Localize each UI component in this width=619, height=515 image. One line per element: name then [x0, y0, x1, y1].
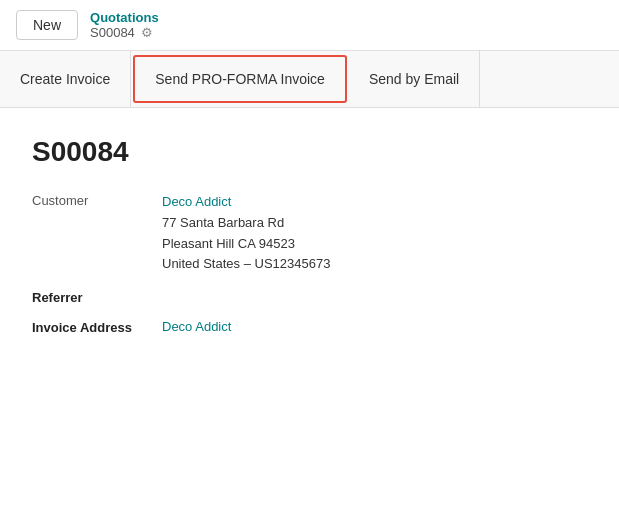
invoice-address-value[interactable]: Deco Addict	[162, 319, 587, 334]
customer-address-block: Deco Addict 77 Santa Barbara Rd Pleasant…	[162, 192, 330, 275]
new-button[interactable]: New	[16, 10, 78, 40]
gear-icon[interactable]: ⚙	[141, 25, 153, 40]
record-id-breadcrumb: S00084	[90, 25, 135, 40]
create-invoice-button[interactable]: Create Invoice	[0, 51, 131, 107]
record-id: S00084	[32, 136, 587, 168]
send-email-button[interactable]: Send by Email	[349, 51, 480, 107]
referrer-row: Referrer	[32, 289, 587, 305]
header: New Quotations S00084 ⚙	[0, 0, 619, 51]
breadcrumb: Quotations S00084 ⚙	[90, 10, 159, 40]
invoice-address-label: Invoice Address	[32, 319, 162, 335]
main-content: S00084 Customer Deco Addict 77 Santa Bar…	[0, 108, 619, 369]
breadcrumb-title[interactable]: Quotations	[90, 10, 159, 25]
customer-row: Customer Deco Addict 77 Santa Barbara Rd…	[32, 192, 587, 275]
referrer-label: Referrer	[32, 289, 162, 305]
address-line-1: 77 Santa Barbara Rd	[162, 213, 330, 234]
customer-label: Customer	[32, 192, 162, 208]
send-proforma-button[interactable]: Send PRO-FORMA Invoice	[133, 55, 347, 103]
breadcrumb-sub: S00084 ⚙	[90, 25, 159, 40]
address-line-3: United States – US12345673	[162, 254, 330, 275]
customer-name[interactable]: Deco Addict	[162, 192, 330, 213]
action-bar: Create Invoice Send PRO-FORMA Invoice Se…	[0, 51, 619, 108]
address-line-2: Pleasant Hill CA 94523	[162, 234, 330, 255]
invoice-address-row: Invoice Address Deco Addict	[32, 319, 587, 335]
